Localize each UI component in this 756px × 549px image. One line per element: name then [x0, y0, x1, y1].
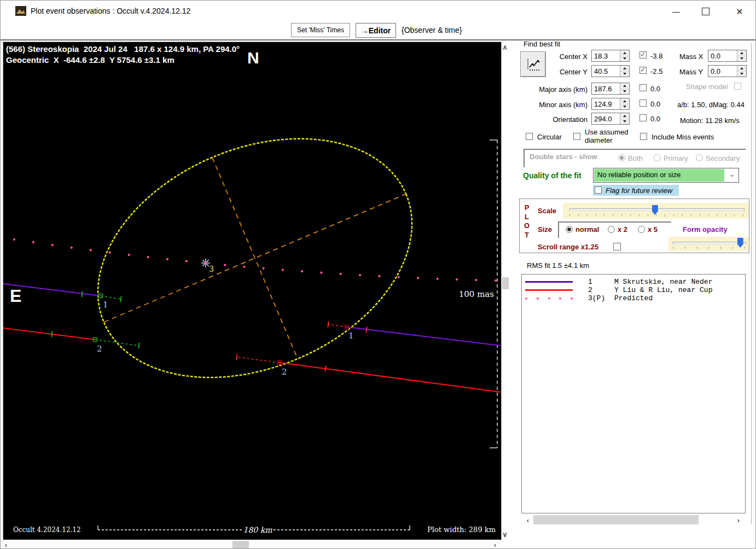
panel-hscroll-left-icon[interactable]: ‹: [524, 516, 532, 524]
center-x-label: Center X: [517, 52, 588, 61]
plot-hscroll-right-icon[interactable]: ›: [491, 540, 499, 549]
legend-entry-name: Predicted: [614, 294, 653, 302]
orientation-field[interactable]: [591, 113, 630, 125]
minor-axis-spinner[interactable]: [620, 98, 629, 109]
editor-button[interactable]: →Editor: [356, 23, 396, 38]
star-number-label: 3: [209, 265, 214, 273]
circular-checkbox[interactable]: [526, 133, 533, 140]
major-axis-residual: 0.0: [650, 85, 660, 93]
motion-label: Motion: 11.28 km/s: [680, 116, 740, 125]
size-x5-radio[interactable]: [638, 226, 645, 233]
mass-y-input[interactable]: [708, 66, 737, 77]
orientation-checkbox[interactable]: [639, 114, 647, 121]
shape-model-label: Shape model: [686, 83, 728, 91]
center-x-spinner[interactable]: [620, 50, 629, 61]
panel-divider: [751, 43, 752, 524]
legend-dots-swatch: [525, 297, 573, 300]
center-y-checkbox[interactable]: [639, 67, 647, 74]
center-y-field[interactable]: [591, 65, 630, 77]
chord-number-label: 1: [348, 331, 354, 341]
center-x-residual: -3.8: [650, 52, 662, 60]
plot-hscroll-thumb[interactable]: [232, 541, 249, 549]
predicted-track-dot: [243, 266, 245, 268]
flag-review-label: Flag for future review: [606, 186, 672, 195]
predicted-track-dot: [90, 249, 92, 251]
quality-dropdown[interactable]: No reliable position or size ⌄: [593, 168, 739, 183]
observer-chord-line[interactable]: [347, 327, 501, 346]
center-x-checkbox[interactable]: [639, 51, 647, 59]
set-miss-times-button[interactable]: Set 'Miss' Times: [291, 23, 350, 37]
circular-label: Circular: [537, 133, 562, 141]
size-normal-radio[interactable]: [566, 226, 573, 233]
major-axis-label: Major axis (km): [517, 85, 588, 94]
rms-fit-label: RMS fit 1.5 ±4.1 km: [527, 261, 589, 270]
center-y-label: Center Y: [517, 68, 588, 76]
mass-y-spinner[interactable]: [737, 66, 746, 77]
legend-line-swatch: [525, 281, 573, 283]
observer-chord-line[interactable]: [3, 328, 95, 340]
close-button[interactable]: ✕: [730, 4, 749, 19]
predicted-track-dot: [475, 279, 477, 281]
mass-x-input[interactable]: [708, 50, 737, 61]
predicted-track-dot: [320, 272, 322, 274]
predicted-track-dot: [417, 277, 419, 279]
plot-vscroll-thumb[interactable]: [502, 277, 509, 289]
major-axis-input[interactable]: [592, 83, 620, 94]
panel-hscroll-right-icon[interactable]: ›: [734, 516, 743, 524]
flag-review-checkbox[interactable]: [595, 186, 602, 194]
plot-group-label: PLOT: [524, 203, 530, 240]
minor-axis-field[interactable]: [591, 98, 630, 110]
minor-axis-checkbox[interactable]: [639, 100, 647, 107]
major-axis-checkbox[interactable]: [639, 84, 647, 91]
size-normal-label: normal: [575, 225, 599, 233]
predicted-track-dot: [185, 260, 188, 262]
minimize-button[interactable]: —: [667, 4, 685, 19]
legend-row: 2Y Liu & R Liu, near Cup: [522, 286, 745, 294]
size-x2-radio[interactable]: [608, 226, 615, 233]
chord-number-label: 2: [282, 367, 287, 377]
maximize-button[interactable]: [696, 4, 715, 19]
mass-x-spinner[interactable]: [737, 50, 746, 61]
predicted-track-dot: [13, 238, 15, 241]
minor-axis-input[interactable]: [592, 98, 620, 109]
include-miss-checkbox[interactable]: [640, 133, 647, 140]
center-y-spinner[interactable]: [620, 66, 629, 77]
plot-vscroll-up-icon[interactable]: ∧: [501, 43, 509, 51]
center-y-input[interactable]: [592, 66, 620, 77]
double-stars-title: Double stars - show: [530, 153, 597, 161]
predicted-track-dot: [263, 267, 265, 270]
ab-dmag-label: a/b: 1.50, dMag: 0.44: [677, 101, 745, 109]
double-stars-both-radio: [618, 154, 625, 161]
orientation-spinner[interactable]: [620, 113, 629, 124]
use-assumed-checkbox[interactable]: [573, 133, 580, 140]
plot-hscroll-track[interactable]: [1, 540, 501, 549]
mass-x-field[interactable]: [708, 50, 747, 62]
occultation-plot-area[interactable]: 100 mas180 km12123 (566) Stereoskopia 20…: [3, 42, 502, 540]
chord-number-label: 1: [103, 300, 108, 309]
predicted-track-dot: [109, 252, 111, 254]
orientation-input[interactable]: [592, 113, 620, 124]
major-axis-spinner[interactable]: [620, 83, 629, 94]
predicted-track-dot: [340, 273, 342, 275]
minor-axis-residual: 0.0: [650, 100, 660, 108]
major-axis-field[interactable]: [591, 83, 630, 95]
panel-hscroll-thumb[interactable]: [533, 515, 699, 524]
predicted-track-dot: [32, 241, 34, 243]
legend-entry-name: M Skrutskie, near Neder: [614, 278, 712, 286]
plot-hscroll-left-icon[interactable]: ‹: [2, 540, 10, 549]
plot-vscroll-down-icon[interactable]: ∨: [501, 530, 509, 539]
legend-entry-number: 1: [588, 278, 592, 286]
center-x-input[interactable]: [592, 50, 620, 61]
scroll-range-checkbox[interactable]: [613, 243, 621, 250]
chord-uncertainty-dash: [237, 357, 280, 363]
mass-y-field[interactable]: [708, 65, 747, 77]
chord-tick: [328, 322, 328, 328]
predicted-track-dot: [282, 268, 284, 271]
observer-chord-line[interactable]: [280, 363, 501, 392]
double-stars-primary-radio: [654, 154, 661, 161]
center-x-field[interactable]: [591, 50, 630, 62]
predicted-track-dot: [359, 274, 361, 276]
plot-version-label: Occult 4.2024.12.12: [13, 526, 81, 534]
app-icon: [15, 6, 26, 16]
opacity-slider-track[interactable]: [673, 242, 746, 244]
